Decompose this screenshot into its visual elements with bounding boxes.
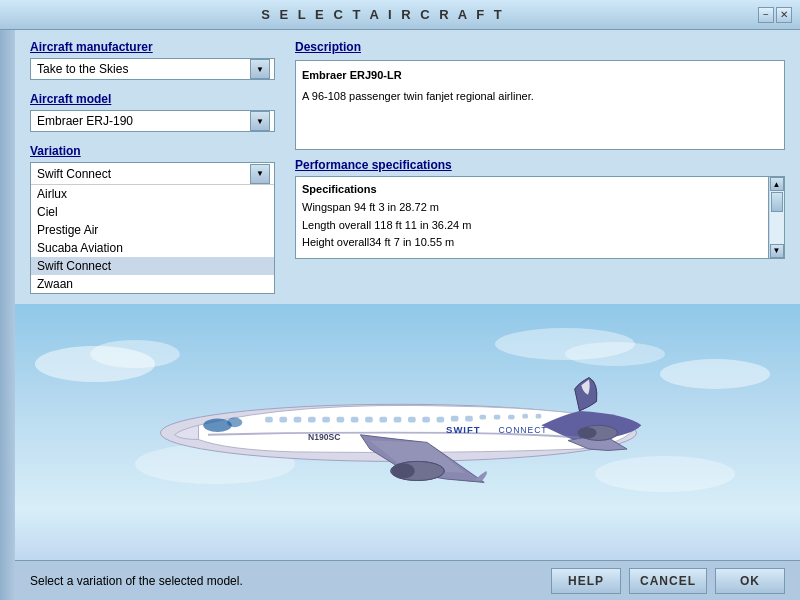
svg-rect-29: [522, 414, 528, 419]
variation-items-container: Airlux Ciel Prestige Air Sucaba Aviation…: [31, 185, 274, 293]
bottom-bar: Select a variation of the selected model…: [15, 560, 800, 600]
variation-list: Swift Connect ▼ Airlux Ciel Prestige Air…: [30, 162, 275, 294]
spec-2: Length overall 118 ft 11 in 36.24 m: [302, 217, 762, 235]
performance-section: Performance specifications Specification…: [295, 158, 785, 259]
spec-1: Wingspan 94 ft 3 in 28.72 m: [302, 199, 762, 217]
svg-rect-16: [336, 417, 344, 423]
svg-rect-24: [450, 416, 458, 422]
bottom-buttons: HELP CANCEL OK: [551, 568, 785, 594]
variation-selected: Swift Connect: [35, 167, 250, 181]
manufacturer-label: Aircraft manufacturer: [30, 40, 280, 54]
svg-rect-14: [308, 417, 316, 423]
svg-text:N190SC: N190SC: [308, 432, 340, 442]
svg-rect-15: [322, 417, 330, 423]
status-text: Select a variation of the selected model…: [30, 574, 243, 588]
scroll-track: [770, 191, 784, 244]
variation-label: Variation: [30, 144, 280, 158]
title-bar: S E L E C T A I R C R A F T − ✕: [0, 0, 800, 30]
model-value: Embraer ERJ-190: [35, 114, 250, 128]
variation-item-swift[interactable]: Swift Connect: [31, 257, 274, 275]
ok-button[interactable]: OK: [715, 568, 785, 594]
svg-rect-12: [279, 417, 287, 423]
left-sidebar: [0, 30, 15, 600]
minimize-button[interactable]: −: [758, 7, 774, 23]
svg-rect-25: [465, 416, 473, 422]
svg-rect-19: [379, 417, 387, 423]
specs-label: Specifications: [302, 183, 762, 195]
model-label: Aircraft model: [30, 92, 280, 106]
help-button[interactable]: HELP: [551, 568, 621, 594]
manufacturer-value: Take to the Skies: [35, 62, 250, 76]
description-title-text: Embraer ERJ90-LR: [302, 67, 778, 84]
variation-item-sucaba[interactable]: Sucaba Aviation: [31, 239, 274, 257]
svg-rect-18: [365, 417, 373, 423]
svg-point-35: [577, 427, 596, 438]
svg-rect-17: [350, 417, 358, 423]
svg-point-33: [391, 463, 414, 478]
svg-point-10: [227, 418, 242, 428]
svg-rect-21: [408, 417, 416, 423]
svg-point-9: [203, 419, 232, 432]
close-button[interactable]: ✕: [776, 7, 792, 23]
aircraft-image-area: N190SC SWIFT CONNECT: [15, 304, 800, 560]
variation-item-zwaan[interactable]: Zwaan: [31, 275, 274, 293]
description-box: Embraer ERJ90-LR A 96-108 passenger twin…: [295, 60, 785, 150]
scroll-down-button[interactable]: ▼: [770, 244, 784, 258]
variation-item-prestige[interactable]: Prestige Air: [31, 221, 274, 239]
scroll-up-button[interactable]: ▲: [770, 177, 784, 191]
window-title: S E L E C T A I R C R A F T: [8, 7, 758, 22]
perf-box-wrapper: Specifications Wingspan 94 ft 3 in 28.72…: [295, 176, 785, 259]
description-body: A 96-108 passenger twin fanjet regional …: [302, 88, 778, 105]
svg-text:SWIFT: SWIFT: [446, 424, 480, 435]
cancel-button[interactable]: CANCEL: [629, 568, 707, 594]
variation-header[interactable]: Swift Connect ▼: [31, 163, 274, 185]
form-section: Aircraft manufacturer Take to the Skies …: [15, 30, 800, 304]
variation-item-ciel[interactable]: Ciel: [31, 203, 274, 221]
model-dropdown[interactable]: Embraer ERJ-190 ▼: [30, 110, 280, 132]
svg-rect-28: [508, 415, 515, 420]
window-controls: − ✕: [758, 7, 792, 23]
left-form-panel: Aircraft manufacturer Take to the Skies …: [30, 40, 280, 294]
manufacturer-dropdown[interactable]: Take to the Skies ▼: [30, 58, 280, 80]
model-arrow-icon[interactable]: ▼: [250, 111, 270, 131]
svg-rect-11: [265, 417, 273, 423]
svg-rect-23: [436, 417, 444, 423]
svg-rect-13: [293, 417, 301, 423]
perf-scrollbar: ▲ ▼: [769, 176, 785, 259]
performance-label: Performance specifications: [295, 158, 785, 172]
svg-rect-22: [422, 417, 430, 423]
svg-rect-20: [393, 417, 401, 423]
scroll-thumb[interactable]: [771, 192, 783, 212]
right-info-panel: Description Embraer ERJ90-LR A 96-108 pa…: [295, 40, 785, 294]
description-label: Description: [295, 40, 785, 54]
svg-text:CONNECT: CONNECT: [498, 425, 547, 435]
spec-3: Height overall34 ft 7 in 10.55 m: [302, 234, 762, 252]
manufacturer-arrow-icon[interactable]: ▼: [250, 59, 270, 79]
aircraft-illustration: N190SC SWIFT CONNECT: [118, 330, 698, 530]
svg-rect-26: [479, 415, 486, 420]
svg-rect-30: [535, 414, 541, 419]
variation-arrow-icon[interactable]: ▼: [250, 164, 270, 184]
main-window: S E L E C T A I R C R A F T − ✕ Aircraft…: [0, 0, 800, 600]
variation-item-airlux[interactable]: Airlux: [31, 185, 274, 203]
svg-rect-27: [493, 415, 500, 420]
performance-box: Specifications Wingspan 94 ft 3 in 28.72…: [295, 176, 769, 259]
